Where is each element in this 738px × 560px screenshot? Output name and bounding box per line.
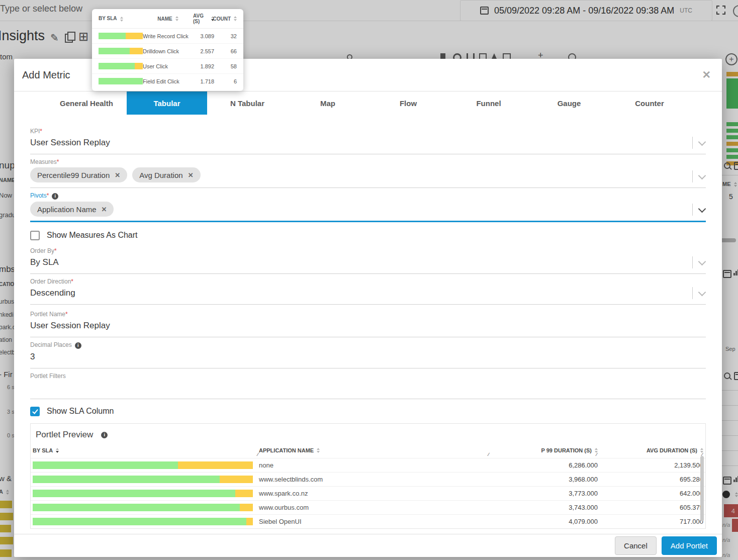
sort-icon[interactable] — [234, 16, 237, 21]
tab-counter[interactable]: Counter — [609, 91, 690, 115]
resize-handle[interactable]: ∕∕ — [257, 452, 258, 457]
kpi-value: User Session Replay — [30, 137, 706, 149]
count-cell: 6 — [214, 78, 237, 84]
portlet-preview-panel: Portlet Preview i BY SLA∕∕ APPLICATION N… — [30, 423, 706, 529]
show-sla-column-checkbox[interactable] — [30, 407, 40, 416]
measure-chip[interactable]: Percentile99 Duration✕ — [30, 167, 127, 182]
avg-cell: 3.089 — [193, 33, 214, 39]
sort-icon[interactable] — [56, 448, 59, 453]
divider — [692, 170, 693, 182]
portlet-name-field[interactable]: Portlet Name* User Session Replay — [30, 311, 706, 337]
tab-general-health[interactable]: General Health — [46, 91, 127, 115]
info-icon[interactable]: i — [101, 432, 108, 438]
info-icon[interactable]: i — [75, 342, 81, 349]
divider — [692, 137, 693, 149]
sort-icon[interactable] — [120, 17, 123, 22]
divider — [692, 256, 693, 268]
sla-bar — [99, 78, 143, 84]
tab-tabular[interactable]: Tabular — [127, 91, 207, 115]
p99-duration-cell: 3,968.000 — [490, 476, 598, 483]
tab-gauge[interactable]: Gauge — [529, 91, 609, 115]
resize-handle[interactable]: ∕∕ — [596, 452, 597, 457]
close-icon[interactable]: ✕ — [702, 69, 711, 81]
add-portlet-button[interactable]: Add Portlet — [662, 536, 717, 555]
measures-label: Measures* — [30, 158, 706, 165]
divider — [692, 287, 693, 299]
sla-bar — [33, 504, 253, 511]
measure-chip[interactable]: Avg Duration✕ — [132, 167, 200, 182]
tooltip-header: BY SLA NAME AVG (S) COUNT — [92, 9, 243, 29]
kpi-select[interactable]: KPI* User Session Replay — [30, 128, 706, 154]
chevron-down-icon[interactable] — [698, 171, 706, 179]
p99-duration-cell: 3,773.000 — [490, 490, 598, 497]
tab-map[interactable]: Map — [288, 91, 368, 115]
sla-bar — [99, 33, 143, 39]
tooltip-row: Field Edit Click 1.718 6 — [92, 74, 243, 88]
sla-bar — [33, 490, 253, 497]
preview-table-row: www.spark.co.nz 3,773.000 642.000 — [31, 486, 705, 500]
sla-bar — [33, 461, 253, 469]
p99-duration-cell: 3,743.000 — [490, 504, 598, 511]
count-cell: 66 — [214, 48, 237, 54]
tooltip-col-avg[interactable]: AVG (S) — [193, 13, 214, 24]
event-name-cell: Write Record Click — [143, 33, 193, 39]
count-cell: 58 — [214, 63, 237, 69]
portlet-filters-field[interactable]: Portlet Filters — [30, 372, 706, 399]
avg-cell: 1.718 — [193, 78, 214, 84]
show-sla-column-row: Show SLA Column — [30, 405, 706, 417]
tooltip-col-by-sla[interactable]: BY SLA — [99, 16, 143, 21]
tooltip-col-count[interactable]: COUNT — [214, 16, 237, 22]
resize-handle[interactable]: ∕∕ — [488, 452, 489, 457]
col-header-avg-duration[interactable]: AVG DURATION (S)∕∕ — [598, 447, 703, 453]
count-cell: 32 — [214, 33, 237, 39]
col-header-by-sla[interactable]: BY SLA∕∕ — [33, 447, 259, 453]
info-icon[interactable]: i — [52, 193, 58, 200]
pivot-chip[interactable]: Application Name✕ — [30, 202, 114, 217]
cancel-button[interactable]: Cancel — [615, 536, 657, 555]
event-name-cell: Field Edit Click — [143, 78, 193, 84]
modal-body: KPI* User Session Replay Measures* Perce… — [14, 115, 722, 534]
event-name-cell: Drilldown Click — [143, 48, 193, 54]
order-by-select[interactable]: Order By* By SLA — [30, 247, 706, 274]
tooltip-col-name[interactable]: NAME — [143, 16, 193, 22]
sort-icon[interactable] — [175, 16, 178, 21]
tab-flow[interactable]: Flow — [368, 91, 448, 115]
modal-footer: Cancel Add Portlet — [14, 534, 722, 557]
modal-title: Add Metric — [22, 69, 70, 81]
p99-duration-cell: 4,079.000 — [490, 518, 598, 525]
chevron-down-icon[interactable] — [698, 288, 706, 296]
preview-table-row: Siebel OpenUI 4,079.000 717.000 — [31, 514, 705, 528]
remove-chip-icon[interactable]: ✕ — [188, 171, 194, 179]
order-direction-select[interactable]: Order Direction* Descending — [30, 278, 706, 305]
tooltip-row: User Click 1.892 58 — [92, 59, 243, 74]
preview-scrollbar[interactable] — [700, 456, 704, 521]
show-sla-column-label: Show SLA Column — [47, 407, 114, 416]
show-measures-as-chart-checkbox[interactable] — [30, 231, 40, 240]
avg-cell: 1.892 — [193, 63, 214, 69]
tooltip-body: Write Record Click 3.089 32 Drilldown Cl… — [92, 29, 243, 88]
decimal-places-label: Decimal Placesi — [30, 341, 706, 349]
tooltip-row: Write Record Click 3.089 32 — [92, 29, 243, 44]
remove-chip-icon[interactable]: ✕ — [115, 171, 120, 179]
sort-icon[interactable] — [317, 448, 320, 453]
pivots-select[interactable]: Pivots*i Application Name✕ — [30, 192, 706, 222]
measures-select[interactable]: Measures* Percentile99 Duration✕ Avg Dur… — [30, 158, 706, 188]
preview-table-row: www.selectblinds.com 3,968.000 695.286 — [31, 472, 705, 486]
app-root: Type or select below 05/09/2022 09:28 AM… — [0, 0, 738, 560]
tab-n-tabular[interactable]: N Tabular — [207, 91, 288, 115]
show-measures-as-chart-row: Show Measures As Chart — [30, 229, 706, 241]
chevron-down-icon[interactable] — [698, 138, 706, 146]
preview-table-header: BY SLA∕∕ APPLICATION NAME∕∕ P 99 DURATIO… — [31, 443, 705, 458]
application-name-cell: none — [259, 461, 490, 469]
application-name-cell: www.spark.co.nz — [259, 490, 490, 497]
col-header-p99-duration[interactable]: P 99 DURATION (S)∕∕ — [490, 447, 598, 453]
remove-chip-icon[interactable]: ✕ — [102, 206, 107, 213]
show-measures-as-chart-label: Show Measures As Chart — [47, 231, 138, 240]
avg-duration-cell: 605.375 — [598, 504, 703, 511]
chevron-down-icon[interactable] — [698, 205, 706, 213]
col-header-application-name[interactable]: APPLICATION NAME∕∕ — [259, 447, 490, 453]
chevron-down-icon[interactable] — [698, 257, 706, 265]
tab-funnel[interactable]: Funnel — [448, 91, 529, 115]
decimal-places-field[interactable]: Decimal Placesi 3 — [30, 341, 706, 368]
divider — [692, 204, 693, 216]
